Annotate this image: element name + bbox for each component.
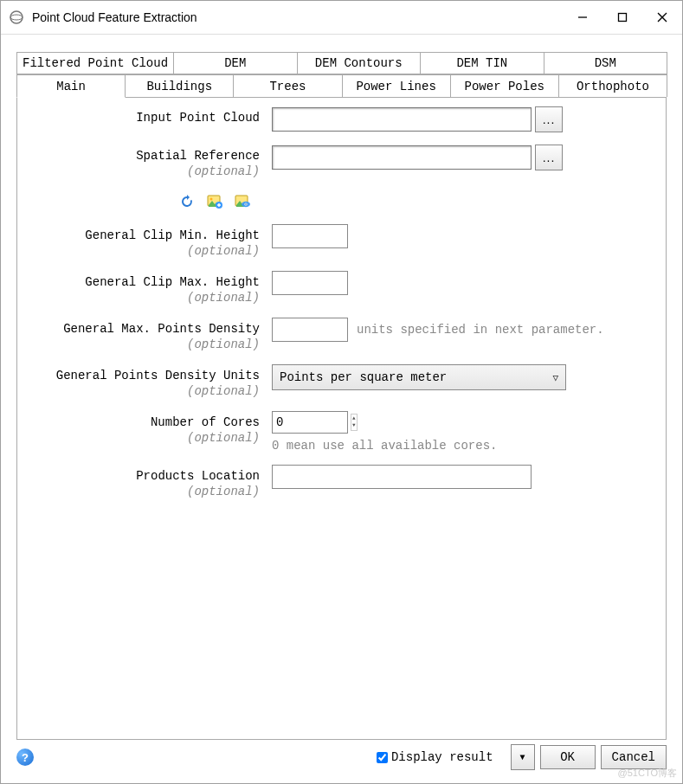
- label-text: Products Location: [136, 469, 260, 483]
- tab-filtered-point-cloud[interactable]: Filtered Point Cloud: [16, 52, 174, 74]
- tab-power-lines[interactable]: Power Lines: [342, 74, 451, 97]
- clip-min-height-field[interactable]: [272, 224, 348, 248]
- minimize-button[interactable]: [563, 1, 602, 34]
- label-text: General Clip Min. Height: [85, 228, 260, 242]
- label-text: Spatial Reference: [136, 149, 260, 163]
- optional-hint: (optional): [26, 243, 260, 259]
- browse-spatial-reference-button[interactable]: ...: [535, 145, 563, 170]
- image-preview-icon[interactable]: [232, 191, 253, 212]
- row-clip-min-height: General Clip Min. Height (optional): [26, 224, 657, 259]
- tab-row-bottom: Main Buildings Trees Power Lines Power P…: [16, 74, 667, 97]
- browse-input-point-cloud-button[interactable]: ...: [535, 106, 563, 132]
- tab-buildings[interactable]: Buildings: [125, 74, 234, 97]
- form-panel: Input Point Cloud ... Spatial Reference …: [16, 98, 667, 740]
- footer-bar: ? Display result ▼ OK Cancel: [1, 740, 682, 783]
- ok-button[interactable]: OK: [540, 745, 596, 769]
- row-spatial-reference: Spatial Reference (optional) ...: [26, 145, 657, 179]
- label-text: Number of Cores: [151, 415, 260, 429]
- label-text: Input Point Cloud: [136, 111, 260, 125]
- maximize-button[interactable]: [602, 1, 642, 34]
- select-value: Points per square meter: [280, 370, 447, 384]
- row-clip-max-height: General Clip Max. Height (optional): [26, 271, 657, 305]
- optional-hint: (optional): [26, 337, 260, 352]
- tab-row-top: Filtered Point Cloud DEM DEM Contours DE…: [16, 52, 667, 74]
- row-toolbar: [26, 191, 657, 212]
- chevron-down-icon: ▽: [552, 372, 558, 383]
- label-text: General Points Density Units: [56, 369, 260, 382]
- tab-main[interactable]: Main: [16, 74, 126, 98]
- optional-hint: (optional): [26, 164, 260, 179]
- display-result-checkbox[interactable]: [377, 752, 388, 763]
- label-density-units: General Points Density Units (optional): [26, 364, 272, 399]
- cores-spinner: ▲ ▼: [272, 411, 358, 434]
- input-point-cloud-field[interactable]: [272, 107, 532, 132]
- row-products-location: Products Location (optional): [26, 465, 657, 499]
- watermark: @51CTO博客: [618, 767, 677, 780]
- tab-dem-tin[interactable]: DEM TIN: [420, 52, 544, 74]
- spatial-reference-field[interactable]: [272, 145, 532, 170]
- dialog-window: Point Cloud Feature Extraction Filtered …: [0, 0, 683, 784]
- tab-trees[interactable]: Trees: [233, 74, 342, 97]
- help-icon[interactable]: ?: [16, 749, 34, 766]
- number-of-cores-field[interactable]: [272, 411, 348, 434]
- density-hint: units specified in next parameter.: [357, 323, 604, 337]
- label-number-of-cores: Number of Cores (optional): [26, 411, 272, 446]
- label-input-point-cloud: Input Point Cloud: [26, 106, 272, 125]
- spinner-up-icon[interactable]: ▲: [352, 415, 356, 422]
- svg-point-7: [210, 198, 213, 201]
- content-area: Filtered Point Cloud DEM DEM Contours DE…: [1, 35, 682, 740]
- row-max-points-density: General Max. Points Density (optional) u…: [26, 318, 657, 352]
- svg-point-0: [10, 11, 23, 23]
- tab-container: Filtered Point Cloud DEM DEM Contours DE…: [16, 52, 667, 98]
- image-add-icon[interactable]: [204, 191, 225, 212]
- display-result-label: Display result: [391, 750, 493, 764]
- label-spatial-reference: Spatial Reference (optional): [26, 145, 272, 179]
- svg-point-12: [245, 203, 247, 205]
- svg-point-1: [10, 15, 23, 20]
- window-title: Point Cloud Feature Extraction: [32, 10, 563, 24]
- spinner-down-icon[interactable]: ▼: [352, 422, 356, 429]
- density-units-select[interactable]: Points per square meter ▽: [272, 364, 566, 390]
- close-button[interactable]: [642, 1, 682, 34]
- label-max-points-density: General Max. Points Density (optional): [26, 318, 272, 352]
- svg-rect-3: [619, 14, 627, 22]
- tab-dem[interactable]: DEM: [173, 52, 298, 74]
- tab-power-poles[interactable]: Power Poles: [450, 74, 559, 97]
- cores-hint: 0 mean use all available cores.: [272, 439, 657, 453]
- row-input-point-cloud: Input Point Cloud ...: [26, 106, 657, 132]
- optional-hint: (optional): [26, 484, 260, 499]
- clip-max-height-field[interactable]: [272, 271, 348, 295]
- ok-dropdown-button[interactable]: ▼: [511, 744, 535, 770]
- app-icon: [8, 9, 25, 26]
- optional-hint: (optional): [26, 430, 260, 446]
- optional-hint: (optional): [26, 383, 260, 399]
- label-clip-max-height: General Clip Max. Height (optional): [26, 271, 272, 305]
- max-points-density-field[interactable]: [272, 318, 348, 342]
- tab-orthophoto[interactable]: Orthophoto: [558, 74, 667, 97]
- label-products-location: Products Location (optional): [26, 465, 272, 499]
- cancel-button[interactable]: Cancel: [601, 745, 667, 769]
- titlebar: Point Cloud Feature Extraction: [1, 1, 682, 35]
- display-result-row: Display result: [373, 749, 493, 766]
- label-clip-min-height: General Clip Min. Height (optional): [26, 224, 272, 259]
- row-number-of-cores: Number of Cores (optional) ▲ ▼ 0 mean us…: [26, 411, 657, 453]
- label-text: General Clip Max. Height: [85, 275, 260, 289]
- row-density-units: General Points Density Units (optional) …: [26, 364, 657, 399]
- refresh-icon[interactable]: [177, 191, 197, 212]
- tab-dem-contours[interactable]: DEM Contours: [297, 52, 422, 74]
- products-location-field[interactable]: [272, 465, 532, 489]
- label-text: General Max. Points Density: [63, 322, 260, 336]
- tab-dsm[interactable]: DSM: [544, 52, 668, 74]
- optional-hint: (optional): [26, 290, 260, 305]
